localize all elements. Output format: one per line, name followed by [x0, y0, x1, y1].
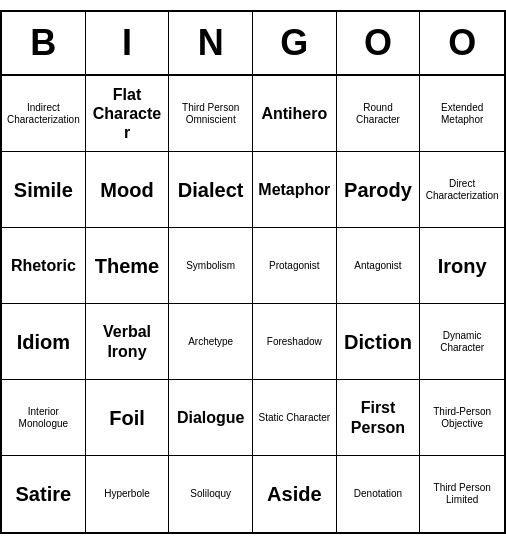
cell-text: Verbal Irony: [90, 322, 165, 360]
cell-text: Theme: [95, 254, 159, 278]
bingo-cell-35: Third Person Limited: [420, 456, 504, 532]
cell-text: Foil: [109, 406, 145, 430]
bingo-cell-18: Idiom: [2, 304, 86, 380]
bingo-cell-19: Verbal Irony: [86, 304, 170, 380]
bingo-cell-26: Dialogue: [169, 380, 253, 456]
cell-text: Third-Person Objective: [424, 406, 500, 430]
bingo-cell-13: Theme: [86, 228, 170, 304]
bingo-cell-24: Interior Monologue: [2, 380, 86, 456]
cell-text: Dialogue: [177, 408, 245, 427]
cell-text: First Person: [341, 398, 416, 436]
cell-text: Rhetoric: [11, 256, 76, 275]
cell-text: Third Person Omniscient: [173, 102, 248, 126]
cell-text: Satire: [16, 482, 72, 506]
header-letter-o-4: O: [337, 12, 421, 74]
bingo-grid: Indirect CharacterizationFlat CharacterT…: [2, 76, 504, 532]
cell-text: Denotation: [354, 488, 402, 500]
bingo-cell-4: Round Character: [337, 76, 421, 152]
bingo-cell-21: Foreshadow: [253, 304, 337, 380]
bingo-cell-12: Rhetoric: [2, 228, 86, 304]
bingo-header: BINGOO: [2, 12, 504, 76]
cell-text: Foreshadow: [267, 336, 322, 348]
cell-text: Antagonist: [354, 260, 401, 272]
header-letter-g-3: G: [253, 12, 337, 74]
cell-text: Hyperbole: [104, 488, 150, 500]
cell-text: Metaphor: [258, 180, 330, 199]
bingo-cell-10: Parody: [337, 152, 421, 228]
cell-text: Parody: [344, 178, 412, 202]
cell-text: Archetype: [188, 336, 233, 348]
bingo-cell-22: Diction: [337, 304, 421, 380]
bingo-cell-20: Archetype: [169, 304, 253, 380]
bingo-cell-30: Satire: [2, 456, 86, 532]
cell-text: Symbolism: [186, 260, 235, 272]
cell-text: Round Character: [341, 102, 416, 126]
cell-text: Mood: [100, 178, 153, 202]
cell-text: Extended Metaphor: [424, 102, 500, 126]
bingo-cell-32: Soliloquy: [169, 456, 253, 532]
bingo-cell-25: Foil: [86, 380, 170, 456]
bingo-cell-9: Metaphor: [253, 152, 337, 228]
bingo-cell-34: Denotation: [337, 456, 421, 532]
cell-text: Indirect Characterization: [6, 102, 81, 126]
cell-text: Interior Monologue: [6, 406, 81, 430]
bingo-cell-11: Direct Characterization: [420, 152, 504, 228]
bingo-cell-6: Simile: [2, 152, 86, 228]
cell-text: Dynamic Character: [424, 330, 500, 354]
header-letter-b-0: B: [2, 12, 86, 74]
bingo-cell-31: Hyperbole: [86, 456, 170, 532]
bingo-cell-5: Extended Metaphor: [420, 76, 504, 152]
bingo-cell-14: Symbolism: [169, 228, 253, 304]
bingo-cell-2: Third Person Omniscient: [169, 76, 253, 152]
bingo-cell-33: Aside: [253, 456, 337, 532]
bingo-cell-17: Irony: [420, 228, 504, 304]
cell-text: Aside: [267, 482, 321, 506]
header-letter-i-1: I: [86, 12, 170, 74]
bingo-cell-16: Antagonist: [337, 228, 421, 304]
bingo-cell-27: Static Character: [253, 380, 337, 456]
bingo-cell-29: Third-Person Objective: [420, 380, 504, 456]
cell-text: Direct Characterization: [424, 178, 500, 202]
header-letter-o-5: O: [420, 12, 504, 74]
bingo-cell-3: Antihero: [253, 76, 337, 152]
cell-text: Flat Character: [90, 85, 165, 143]
bingo-card: BINGOO Indirect CharacterizationFlat Cha…: [0, 10, 506, 534]
cell-text: Simile: [14, 178, 73, 202]
bingo-cell-15: Protagonist: [253, 228, 337, 304]
header-letter-n-2: N: [169, 12, 253, 74]
cell-text: Irony: [438, 254, 487, 278]
bingo-cell-7: Mood: [86, 152, 170, 228]
cell-text: Dialect: [178, 178, 244, 202]
bingo-cell-8: Dialect: [169, 152, 253, 228]
cell-text: Static Character: [258, 412, 330, 424]
bingo-cell-1: Flat Character: [86, 76, 170, 152]
cell-text: Antihero: [261, 104, 327, 123]
cell-text: Idiom: [17, 330, 70, 354]
cell-text: Diction: [344, 330, 412, 354]
bingo-cell-28: First Person: [337, 380, 421, 456]
bingo-cell-23: Dynamic Character: [420, 304, 504, 380]
bingo-cell-0: Indirect Characterization: [2, 76, 86, 152]
cell-text: Soliloquy: [190, 488, 231, 500]
cell-text: Protagonist: [269, 260, 320, 272]
cell-text: Third Person Limited: [424, 482, 500, 506]
